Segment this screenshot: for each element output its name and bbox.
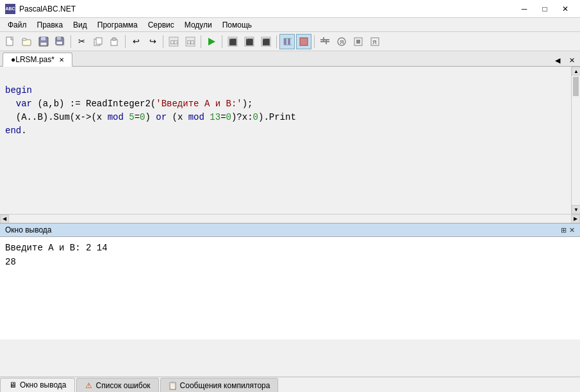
maximize-button[interactable]: □ <box>535 3 554 15</box>
btab-output[interactable]: 🖥 Окно вывода <box>0 378 75 392</box>
cut-button[interactable]: ✂ <box>74 34 89 49</box>
svg-rect-26 <box>284 38 286 45</box>
svg-rect-36 <box>356 40 360 44</box>
svg-rect-2 <box>22 38 26 40</box>
close-button[interactable]: ✕ <box>556 3 575 15</box>
toolbar-sep-2 <box>125 35 126 48</box>
menu-bar: Файл Правка Вид Программа Сервис Модули … <box>0 18 580 32</box>
minimize-button[interactable]: ─ <box>515 3 534 15</box>
tab-close-all[interactable]: ✕ <box>566 54 577 66</box>
tab-scroll-left[interactable]: ◀ <box>552 54 563 66</box>
compile-button[interactable]: □□ <box>166 34 181 49</box>
btab-compiler-label: Сообщения компилятора <box>180 381 270 390</box>
menu-view[interactable]: Вид <box>68 19 92 31</box>
editor-hscroll-track[interactable] <box>9 215 571 224</box>
output-panel-header: Окно вывода ⊞ ✕ <box>0 223 580 237</box>
undo-button[interactable]: ↩ <box>128 34 144 49</box>
output-title: Окно вывода <box>5 225 561 234</box>
tool1-button[interactable] <box>317 34 333 49</box>
editor-hscroll[interactable]: ◀ ▶ <box>0 214 580 223</box>
menu-modules[interactable]: Модули <box>179 19 217 31</box>
svg-text:□□: □□ <box>187 39 194 45</box>
run-button[interactable] <box>204 34 219 49</box>
editor-content[interactable]: begin var (a,b) := ReadInteger2('Введите… <box>0 67 571 214</box>
output-content: Введите А и В: 2 14 28 <box>0 237 580 339</box>
output-line-2: 28 <box>5 255 575 269</box>
copy-button[interactable] <box>90 34 106 49</box>
svg-rect-4 <box>41 37 46 40</box>
menu-service[interactable]: Сервис <box>143 19 179 31</box>
open-button[interactable] <box>19 34 35 49</box>
output-close-button[interactable]: ✕ <box>569 226 575 234</box>
svg-rect-29 <box>320 39 329 40</box>
output-line-1: Введите А и В: 2 14 <box>5 241 575 255</box>
tool3-button[interactable] <box>351 34 366 49</box>
svg-rect-8 <box>56 42 62 44</box>
btab-errors[interactable]: ⚠ Список ошибок <box>76 378 159 392</box>
new-button[interactable] <box>3 34 18 49</box>
svg-rect-5 <box>40 42 47 45</box>
paste-button[interactable] <box>107 34 122 49</box>
editor-tab[interactable]: ●LRSM.pas* ✕ <box>3 53 72 67</box>
svg-rect-28 <box>300 38 308 45</box>
btab-output-label: Окно вывода <box>20 380 67 389</box>
debug3-button[interactable]: ⬛ <box>258 34 274 49</box>
toolbar-sep-4 <box>201 35 201 48</box>
debug1-button[interactable]: ⬛ <box>225 34 240 49</box>
svg-rect-32 <box>326 40 327 44</box>
editor-scroll-down[interactable]: ▼ <box>572 205 580 214</box>
svg-rect-27 <box>288 38 290 45</box>
pause-button[interactable] <box>279 34 295 49</box>
tab-end-controls: ◀ ✕ <box>552 54 577 66</box>
tool2-button[interactable]: Я <box>334 34 349 49</box>
output-controls: ⊞ ✕ <box>561 226 575 234</box>
menu-program[interactable]: Программа <box>92 19 143 31</box>
editor-scrollbar[interactable]: ▲ ▼ <box>571 67 580 214</box>
app-icon: ABC <box>5 4 15 14</box>
menu-help[interactable]: Помощь <box>217 19 257 31</box>
toolbar-sep-6 <box>276 35 277 48</box>
toolbar: ✂ ↩ ↪ □□ □□ ⬛ ⬛ ⬛ Я Я <box>0 32 580 51</box>
svg-rect-30 <box>320 41 329 42</box>
editor-scroll-up[interactable]: ▲ <box>572 67 580 76</box>
svg-rect-13 <box>112 38 116 40</box>
editor-wrapper: begin var (a,b) := ReadInteger2('Введите… <box>0 67 580 223</box>
svg-text:⬛: ⬛ <box>262 38 270 46</box>
tab-close-button[interactable]: ✕ <box>59 56 64 63</box>
toolbar-sep-5 <box>222 35 222 48</box>
save-button[interactable] <box>36 34 51 49</box>
debug2-button[interactable]: ⬛ <box>242 34 257 49</box>
bottom-tabs: 🖥 Окно вывода ⚠ Список ошибок 📋 Сообщени… <box>0 377 580 392</box>
editor-scroll-thumb[interactable] <box>573 77 579 96</box>
redo-button[interactable]: ↪ <box>145 34 160 49</box>
svg-text:□□: □□ <box>170 39 178 45</box>
compile2-button[interactable]: □□ <box>183 34 198 49</box>
svg-rect-11 <box>96 38 102 44</box>
stop-button[interactable] <box>296 34 311 49</box>
save-all-button[interactable] <box>53 34 68 49</box>
editor-area[interactable]: begin var (a,b) := ReadInteger2('Введите… <box>0 67 580 214</box>
toolbar-sep-1 <box>70 35 71 48</box>
btab-errors-label: Список ошибок <box>96 381 151 390</box>
tab-bar: ●LRSM.pas* ✕ ◀ ✕ <box>0 51 580 67</box>
editor-hscroll-right[interactable]: ▶ <box>571 215 580 224</box>
tool4-button[interactable]: Я <box>367 34 383 49</box>
toolbar-sep-3 <box>163 35 163 48</box>
btab-compiler[interactable]: 📋 Сообщения компилятора <box>160 378 279 392</box>
editor-inner: begin var (a,b) := ReadInteger2('Введите… <box>0 67 580 214</box>
compiler-tab-icon: 📋 <box>169 381 178 390</box>
tab-label: ●LRSM.pas* <box>11 55 54 64</box>
editor-hscroll-left[interactable]: ◀ <box>0 215 9 224</box>
menu-file[interactable]: Файл <box>3 19 32 31</box>
title-bar: ABC PascalABC.NET ─ □ ✕ <box>0 0 580 18</box>
output-tab-icon: 🖥 <box>8 380 17 389</box>
toolbar-sep-7 <box>314 35 315 48</box>
svg-text:Я: Я <box>340 39 344 45</box>
window-controls: ─ □ ✕ <box>515 3 575 15</box>
output-pin-button[interactable]: ⊞ <box>561 226 567 234</box>
svg-text:Я: Я <box>372 39 377 45</box>
menu-edit[interactable]: Правка <box>32 19 69 31</box>
svg-rect-31 <box>323 37 324 42</box>
main-layout: begin var (a,b) := ReadInteger2('Введите… <box>0 67 580 392</box>
svg-marker-18 <box>208 38 215 45</box>
